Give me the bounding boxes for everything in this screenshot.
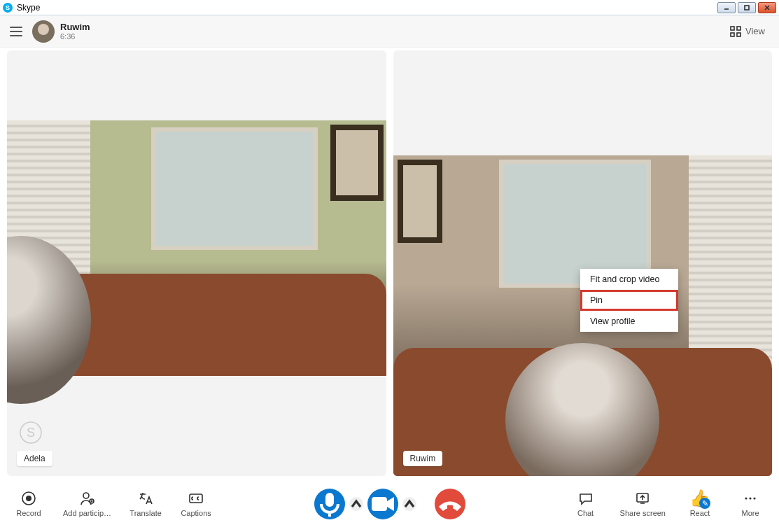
record-button[interactable]: Record (13, 491, 45, 517)
minimize-button[interactable] (717, 2, 736, 13)
caller-name: Ruwim (60, 22, 90, 32)
caller-meta: Ruwim 6:36 (60, 22, 90, 41)
window-controls (717, 2, 776, 13)
skype-app-icon: S (3, 3, 13, 13)
add-participants-button[interactable]: Add particip… (63, 491, 111, 517)
toolbar-left-group: Record Add particip… Translate Captions (13, 491, 212, 517)
svg-rect-6 (731, 33, 734, 36)
edit-reaction-badge: ✎ (699, 498, 710, 509)
menu-fit-crop[interactable]: Fit and crop video (580, 269, 678, 290)
skype-watermark-icon: S (18, 420, 43, 445)
react-button[interactable]: 👍✎ React (684, 491, 716, 517)
translate-icon (138, 491, 153, 506)
toolbar-right-group: Chat Share screen 👍✎ React More (570, 491, 766, 517)
more-icon (743, 491, 758, 506)
record-icon (21, 491, 36, 506)
view-label: View (745, 26, 765, 36)
svg-point-23 (753, 497, 755, 499)
call-header: Ruwim 6:36 View (0, 15, 779, 48)
svg-point-22 (749, 497, 751, 499)
video-tile-left[interactable]: S Adela (7, 50, 386, 476)
participant-name-chip: Ruwim (403, 451, 443, 466)
svg-rect-5 (737, 27, 741, 30)
svg-rect-4 (731, 27, 734, 30)
svg-point-21 (745, 497, 747, 499)
share-screen-button[interactable]: Share screen (620, 491, 666, 517)
caller-avatar[interactable] (32, 20, 55, 43)
call-duration: 6:36 (60, 32, 90, 41)
video-feed (7, 120, 386, 376)
svg-rect-17 (325, 493, 334, 507)
mic-options-button[interactable] (349, 497, 363, 511)
svg-rect-7 (737, 33, 741, 36)
svg-point-11 (26, 496, 31, 501)
translate-button[interactable]: Translate (129, 491, 162, 517)
video-context-menu: Fit and crop video Pin View profile (580, 269, 678, 332)
view-mode-button[interactable]: View (726, 23, 769, 40)
toolbar-center-group (314, 489, 465, 519)
svg-rect-18 (372, 497, 387, 511)
video-options-button[interactable] (402, 497, 416, 511)
grid-icon (730, 26, 741, 37)
svg-text:S: S (27, 426, 35, 440)
more-button[interactable]: More (734, 491, 766, 517)
mute-mic-button[interactable] (314, 489, 345, 519)
svg-marker-19 (387, 497, 394, 511)
share-screen-icon (635, 491, 650, 506)
hangup-icon (435, 489, 465, 519)
chevron-up-icon (349, 497, 363, 511)
close-button[interactable] (758, 2, 776, 13)
video-icon (367, 489, 398, 519)
video-grid: S Adela Ruwim (7, 50, 772, 476)
captions-icon (188, 491, 204, 506)
window-title: Skype (17, 3, 717, 13)
maximize-button[interactable] (738, 2, 756, 13)
svg-rect-1 (745, 6, 749, 10)
toggle-video-button[interactable] (367, 489, 398, 519)
svg-point-12 (83, 493, 89, 498)
chat-button[interactable]: Chat (570, 491, 602, 517)
menu-view-profile[interactable]: View profile (580, 311, 678, 332)
menu-icon[interactable] (10, 27, 22, 36)
chat-icon (578, 491, 594, 506)
video-tile-right[interactable]: Ruwim (393, 50, 773, 476)
microphone-icon (314, 489, 345, 519)
participant-name-chip: Adela (17, 451, 52, 466)
chevron-up-icon (402, 497, 416, 511)
thumbs-up-icon: 👍✎ (692, 491, 708, 506)
call-toolbar: Record Add particip… Translate Captions (0, 476, 779, 532)
end-call-button[interactable] (435, 489, 465, 519)
captions-button[interactable]: Captions (180, 491, 212, 517)
window-titlebar: S Skype (0, 0, 779, 15)
menu-pin[interactable]: Pin (580, 290, 678, 311)
add-person-icon (80, 491, 95, 506)
